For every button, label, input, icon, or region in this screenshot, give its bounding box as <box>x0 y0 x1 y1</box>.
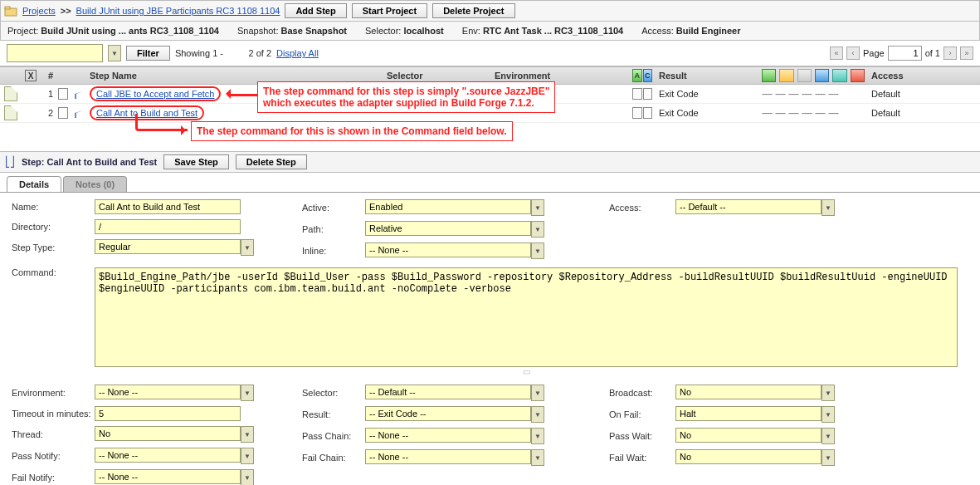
dash-icon: ---- <box>788 107 798 119</box>
annotation-callout-1: The step command for this step is simply… <box>257 81 555 113</box>
meta-project-value: Build JUnit using ... ants RC3_1108_1104 <box>41 26 219 36</box>
thread-label: Thread: <box>12 429 95 439</box>
filter-button[interactable]: Filter <box>126 46 170 61</box>
chevron-down-icon[interactable]: ▼ <box>531 406 544 423</box>
chevron-down-icon[interactable]: ▼ <box>822 449 835 466</box>
directory-field[interactable] <box>95 219 241 234</box>
chevron-down-icon[interactable]: ▼ <box>531 449 544 466</box>
row1-access: Default <box>868 89 951 99</box>
flag-icon <box>75 89 83 99</box>
failchain-select[interactable] <box>365 449 531 464</box>
tab-notes[interactable]: Notes (0) <box>63 176 127 192</box>
breadcrumb-separator: >> <box>61 6 71 16</box>
command-textarea[interactable] <box>95 267 958 367</box>
col-environment[interactable]: Environment <box>491 71 629 81</box>
chevron-down-icon[interactable]: ▼ <box>531 199 544 216</box>
chevron-down-icon[interactable]: ▼ <box>241 426 254 443</box>
chevron-down-icon[interactable]: ▼ <box>531 221 544 238</box>
chevron-down-icon[interactable]: ▼ <box>241 448 254 464</box>
access-label: Access: <box>609 203 675 213</box>
row1-result: Exit Code <box>656 89 758 99</box>
row2-status-a[interactable] <box>632 107 642 119</box>
timeout-field[interactable] <box>95 406 241 421</box>
passwait-select[interactable] <box>675 428 822 443</box>
chevron-down-icon[interactable]: ▼ <box>822 428 835 444</box>
page-last-button[interactable]: » <box>960 47 973 60</box>
filter-dropdown-icon[interactable]: ▼ <box>108 45 121 61</box>
failnotify-select[interactable] <box>95 469 241 484</box>
page-number-input[interactable] <box>888 46 922 61</box>
steptype-select[interactable] <box>95 239 241 254</box>
failwait-select[interactable] <box>675 449 822 464</box>
doc-icon[interactable] <box>4 105 17 120</box>
flag-icon <box>75 108 83 118</box>
chevron-down-icon[interactable]: ▼ <box>822 385 835 401</box>
select-all-checkbox[interactable]: X <box>25 70 37 81</box>
hdr-icon-6 <box>851 69 865 82</box>
meta-env-value: RTC Ant Task ... RC3_1108_1104 <box>483 26 623 36</box>
name-field[interactable] <box>95 199 241 214</box>
doc-icon[interactable] <box>4 86 17 101</box>
chevron-down-icon[interactable]: ▼ <box>531 242 544 259</box>
path-select[interactable] <box>365 221 531 236</box>
onfail-select[interactable] <box>675 406 822 421</box>
chevron-down-icon[interactable]: ▼ <box>531 428 544 444</box>
folder-icon <box>4 4 17 17</box>
col-result[interactable]: Result <box>656 71 758 81</box>
chevron-down-icon[interactable]: ▼ <box>241 469 254 485</box>
row-checkbox[interactable] <box>58 88 68 100</box>
thread-select[interactable] <box>95 426 241 441</box>
row2-access: Default <box>868 108 951 118</box>
row-num: 2 <box>40 108 55 118</box>
col-selector[interactable]: Selector <box>383 71 491 81</box>
breadcrumb-current[interactable]: Build JUnit using JBE Participants RC3 1… <box>76 6 280 16</box>
chevron-down-icon[interactable]: ▼ <box>241 239 254 256</box>
add-step-button[interactable]: Add Step <box>285 3 346 18</box>
dash-icon: ---- <box>762 107 772 119</box>
row-num: 1 <box>40 89 55 99</box>
start-project-button[interactable]: Start Project <box>352 3 427 18</box>
resize-handle[interactable]: ▭ <box>95 367 958 376</box>
command-label: Command: <box>12 267 95 277</box>
passchain-select[interactable] <box>365 428 531 443</box>
row1-status-c[interactable] <box>643 88 653 100</box>
inline-select[interactable] <box>365 242 531 257</box>
row1-status-a[interactable] <box>632 88 642 100</box>
failwait-label: Fail Wait: <box>609 453 675 463</box>
row2-status-c[interactable] <box>643 107 653 119</box>
col-access[interactable]: Access <box>868 71 951 81</box>
chevron-down-icon[interactable]: ▼ <box>531 385 544 401</box>
row-checkbox[interactable] <box>58 107 68 119</box>
access-select[interactable] <box>675 199 822 214</box>
chevron-down-icon[interactable]: ▼ <box>822 406 835 423</box>
step-link-row1[interactable]: Call JBE to Accept and Fetch <box>90 86 221 101</box>
meta-snapshot-value: Base Snapshot <box>281 26 347 36</box>
dash-icon: ---- <box>815 107 825 119</box>
selector-select[interactable] <box>365 385 531 399</box>
filter-input[interactable] <box>7 44 103 62</box>
inline-label: Inline: <box>302 246 365 256</box>
tab-details[interactable]: Details <box>7 176 61 192</box>
save-step-button[interactable]: Save Step <box>163 154 229 169</box>
col-stepname[interactable]: Step Name <box>86 71 383 81</box>
chevron-down-icon[interactable]: ▼ <box>822 199 835 216</box>
breadcrumb-projects[interactable]: Projects <box>22 6 56 16</box>
active-select[interactable] <box>365 199 531 214</box>
page-first-button[interactable]: « <box>830 47 843 60</box>
dash-icon: ---- <box>775 88 785 100</box>
delete-step-button[interactable]: Delete Step <box>236 154 307 169</box>
delete-project-button[interactable]: Delete Project <box>432 3 514 18</box>
meta-snapshot-label: Snapshot: <box>237 26 279 36</box>
display-all-link[interactable]: Display All <box>276 48 319 58</box>
env-label: Environment: <box>12 388 95 398</box>
broadcast-select[interactable] <box>675 385 822 399</box>
env-select[interactable] <box>95 385 241 399</box>
passnotify-select[interactable] <box>95 448 241 463</box>
result-select[interactable] <box>365 406 531 421</box>
page-next-button[interactable]: › <box>943 47 957 60</box>
chevron-down-icon[interactable]: ▼ <box>241 385 254 401</box>
page-prev-button[interactable]: ‹ <box>846 47 860 60</box>
path-label: Path: <box>302 224 365 234</box>
meta-selector-value: localhost <box>404 26 444 36</box>
dash-icon: ---- <box>815 88 825 100</box>
